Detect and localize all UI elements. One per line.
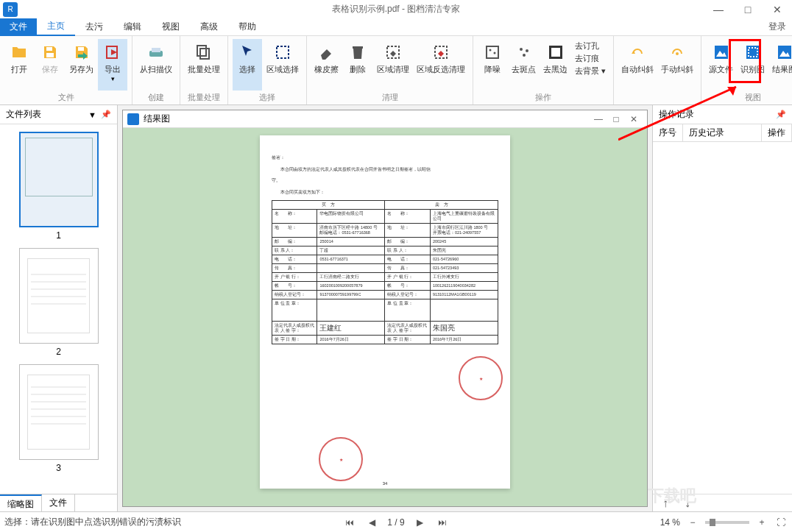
auto-deskew-button[interactable]: 自动纠斜 [618, 39, 657, 93]
menu-home[interactable]: 主页 [37, 18, 75, 36]
thumbnail-page-1[interactable]: 1 [19, 132, 99, 241]
menu-file[interactable]: 文件 [0, 18, 37, 36]
window-title: 表格识别示例.pdf - 图档清洁专家 [332, 3, 461, 15]
menubar: 文件 主页 去污 编辑 视图 高级 帮助 登录 [0, 18, 792, 36]
menu-advanced[interactable]: 高级 [190, 18, 228, 36]
filter-icon[interactable]: ▼ [88, 110, 96, 119]
file-list-panel: 文件列表 ▼ 📌 1 2 3 缩略图 [0, 105, 118, 511]
group-label-file: 文件 [58, 91, 74, 104]
menu-help[interactable]: 帮助 [228, 18, 266, 36]
docwin-minimize-button[interactable]: — [590, 114, 607, 124]
pin-icon[interactable]: 📌 [101, 110, 111, 119]
nav-last-button[interactable]: ⏭ [436, 516, 449, 529]
eraser-button[interactable]: 橡皮擦 [311, 39, 342, 91]
buyer-stamp: ★ [319, 437, 363, 481]
history-header: 序号 历史记录 操作 [653, 124, 792, 142]
result-window: 结果图 — □ ✕ 签署： 本合同由双方的法定代表人或其授权代表在合同开首书明之… [122, 110, 648, 507]
marquee-icon [272, 42, 293, 63]
maximize-button[interactable]: □ [733, 0, 763, 18]
result-image-button[interactable]: 结果图 [769, 39, 792, 91]
recognize-image-button[interactable]: 识别图 [738, 39, 768, 91]
col-action: 操作 [762, 124, 792, 141]
document-page: 签署： 本合同由双方的法定代表人或其授权代表在合同开首书明之日期签署，以昭信 守… [260, 135, 510, 489]
svg-rect-25 [778, 46, 791, 59]
despeckle-button[interactable]: 去斑点 [509, 39, 539, 91]
remove-staple-marks-button[interactable]: 去订痕 [575, 53, 606, 64]
area-clean-button[interactable]: 区域清理 [374, 39, 412, 91]
history-pin-icon[interactable]: 📌 [776, 110, 786, 119]
recognize-image-icon [743, 42, 763, 63]
svg-rect-9 [277, 46, 289, 58]
save-button[interactable]: 保存 [35, 39, 65, 91]
status-hint: 请在识别图中点选识别错误的污渍标识 [31, 516, 181, 528]
select-button[interactable]: 选择 [233, 39, 262, 91]
export-button[interactable]: 导出▾ [98, 39, 127, 91]
group-label-clean: 清理 [382, 91, 398, 104]
group-label-select: 选择 [259, 91, 275, 104]
zoom-in-button[interactable]: + [755, 516, 768, 529]
login-link[interactable]: 登录 [768, 21, 786, 33]
document-viewport[interactable]: 签署： 本合同由双方的法定代表人或其授权代表在合同开首书明之日期签署，以昭信 守… [123, 128, 647, 506]
zoom-value: 14 % [660, 517, 680, 528]
scanner-icon [146, 42, 166, 63]
scroll-down-icon[interactable]: ↓ [681, 497, 694, 510]
source-image-icon [711, 42, 732, 63]
area-invert-clean-button[interactable]: 区域反选清理 [414, 39, 468, 91]
minimize-button[interactable]: — [704, 0, 733, 18]
delete-button[interactable]: 删除 [343, 39, 372, 91]
auto-deskew-icon [627, 42, 648, 63]
ribbon: 打开 保存 另存为 导出▾ 文件 从扫描仪 创建 批量处理 批量处理 选择 区域… [0, 36, 792, 105]
history-panel: 操作记录 📌 序号 历史记录 操作 ↑ ↓ [652, 105, 792, 511]
docwin-close-button[interactable]: ✕ [625, 114, 643, 124]
area-invert-clean-icon [431, 42, 451, 63]
save-icon [40, 42, 60, 63]
trash-icon [347, 42, 368, 63]
result-image-icon [774, 42, 792, 63]
zoom-out-button[interactable]: − [686, 516, 699, 529]
svg-point-16 [526, 49, 528, 52]
result-window-title: 结果图 [144, 113, 170, 125]
menu-edit[interactable]: 编辑 [113, 18, 152, 36]
nav-prev-button[interactable]: ◀ [365, 516, 378, 529]
docwin-maximize-button[interactable]: □ [607, 114, 625, 124]
page-footer-number: 34 [383, 481, 388, 486]
nav-first-button[interactable]: ⏮ [343, 516, 356, 529]
seller-stamp: ★ [459, 356, 503, 400]
saveas-button[interactable]: 另存为 [66, 39, 96, 91]
history-list [653, 142, 792, 494]
tab-thumbnails[interactable]: 缩略图 [0, 494, 42, 511]
manual-deskew-button[interactable]: 手动纠斜 [658, 39, 696, 93]
manual-deskew-icon [667, 42, 687, 63]
area-select-button[interactable]: 区域选择 [264, 39, 302, 91]
menu-view[interactable]: 视图 [152, 18, 190, 36]
remove-background-button[interactable]: 去背景 ▾ [575, 65, 606, 77]
file-list-title: 文件列表 [6, 108, 41, 121]
statusbar: 选择： 请在识别图中点选识别错误的污渍标识 ⏮ ◀ 1 / 9 ▶ ⏭ 14 %… [0, 511, 792, 532]
thumbnail-page-3[interactable]: 3 [19, 364, 99, 473]
remove-black-border-button[interactable]: 去黑边 [540, 39, 570, 91]
fit-button[interactable]: ⛶ [774, 516, 788, 529]
menu-clean[interactable]: 去污 [75, 18, 113, 36]
svg-rect-21 [715, 46, 728, 59]
group-label-operate: 操作 [535, 91, 551, 104]
source-file-button[interactable]: 源文件 [706, 39, 736, 91]
svg-rect-0 [46, 47, 52, 51]
remove-punch-holes-button[interactable]: 去订孔 [575, 40, 606, 52]
from-scanner-button[interactable]: 从扫描仪 [137, 39, 175, 91]
black-border-icon [545, 42, 566, 63]
page-indicator: 1 / 9 [387, 517, 404, 528]
batch-button[interactable]: 批量处理 [185, 39, 223, 91]
nav-next-button[interactable]: ▶ [414, 516, 427, 529]
tab-files[interactable]: 文件 [42, 494, 75, 511]
open-button[interactable]: 打开 [4, 39, 34, 91]
close-button[interactable]: ✕ [763, 0, 792, 18]
saveas-icon [71, 42, 92, 63]
area-clean-icon [383, 42, 403, 63]
svg-rect-12 [487, 46, 498, 58]
scroll-up-icon[interactable]: ↑ [659, 497, 672, 510]
denoise-button[interactable]: 降噪 [478, 39, 507, 91]
batch-icon [194, 42, 214, 63]
zoom-slider[interactable] [705, 521, 749, 524]
svg-point-13 [489, 49, 492, 52]
thumbnail-page-2[interactable]: 2 [19, 248, 99, 357]
